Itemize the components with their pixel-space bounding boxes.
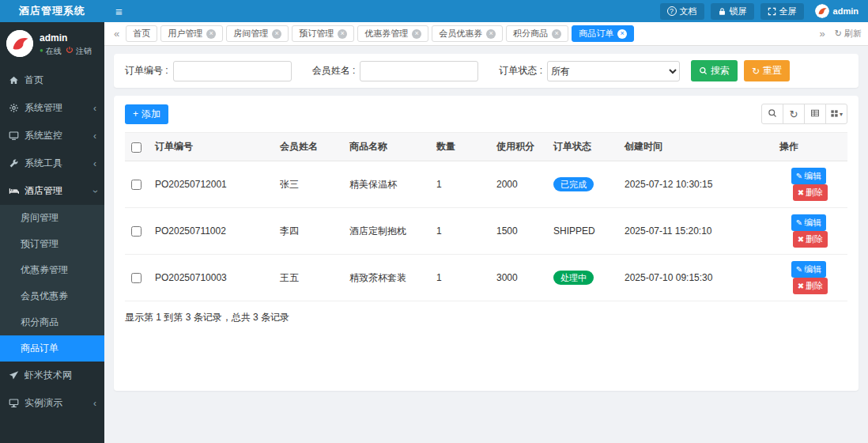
tabs-scroll-right-icon[interactable]: » [817, 28, 828, 40]
table-search-toggle-button[interactable] [761, 104, 783, 124]
tab-label: 用户管理 [168, 28, 202, 40]
sidebar-item-system-tools[interactable]: 系统工具 ‹ [0, 150, 104, 177]
select-all-checkbox[interactable] [131, 142, 142, 153]
chevron-left-icon: ‹ [93, 103, 96, 114]
main-area: « 首页 用户管理 × 房间管理 × 预订管理 × 优惠券管理 × 会员优惠券 [104, 22, 868, 443]
sidebar-subitem-room-management[interactable]: 房间管理 [0, 205, 104, 231]
close-icon[interactable]: × [617, 29, 627, 39]
close-icon[interactable]: × [272, 29, 281, 39]
lock-screen-button[interactable]: 锁屏 [711, 3, 754, 20]
user-menu[interactable]: admin [810, 4, 868, 18]
docs-button[interactable]: ? 文档 [660, 3, 704, 20]
reset-refresh-icon: ↻ [752, 66, 760, 77]
tabbar-right: » ↻ 刷新 [817, 28, 862, 40]
sidebar-item-system-management[interactable]: 系统管理 ‹ [0, 94, 104, 122]
member-name-input[interactable] [360, 61, 478, 81]
add-button[interactable]: + 添加 [125, 104, 168, 124]
cell-member-name: 李四 [274, 208, 343, 255]
cross-icon: ✖ [798, 188, 804, 197]
cell-quantity: 1 [430, 208, 490, 255]
chevron-left-icon: ‹ [93, 131, 96, 142]
sidebar-item-label: 系统工具 [25, 157, 62, 170]
sidebar-subitem-reservation-management[interactable]: 预订管理 [0, 231, 104, 257]
tab-label: 优惠券管理 [364, 28, 408, 40]
hotel-submenu-wrapper: 房间管理 预订管理 优惠券管理 会员优惠券 积分商品 商品订单 [0, 205, 104, 362]
monitor-icon [8, 131, 19, 141]
close-icon[interactable]: × [338, 29, 347, 39]
status-badge: 已完成 [553, 177, 594, 191]
sidebar-item-xiami-tech[interactable]: 虾米技术网 [0, 362, 104, 389]
edit-button[interactable]: ✎编辑 [791, 168, 826, 184]
sidebar-subitem-member-coupons[interactable]: 会员优惠券 [0, 283, 104, 309]
edit-label: 编辑 [804, 217, 821, 229]
table-header-row: 订单编号 会员姓名 商品名称 数量 使用积分 订单状态 创建时间 操作 [125, 133, 847, 161]
close-icon[interactable]: × [412, 29, 421, 39]
row-checkbox[interactable] [131, 226, 142, 237]
sidebar-item-label: 酒店管理 [25, 184, 62, 198]
home-icon [8, 75, 19, 85]
cell-points: 1500 [490, 208, 547, 255]
order-status-select[interactable]: 所有 [547, 61, 680, 81]
tabs-scroll-left-icon[interactable]: « [111, 28, 123, 40]
close-icon[interactable]: × [552, 29, 561, 39]
edit-button[interactable]: ✎编辑 [791, 261, 826, 278]
close-icon[interactable]: × [486, 29, 496, 39]
tab-points-products[interactable]: 积分商品 × [506, 25, 568, 42]
sidebar-item-system-monitor[interactable]: 系统监控 ‹ [0, 122, 104, 150]
fullscreen-icon [768, 7, 776, 16]
edit-button[interactable]: ✎编辑 [791, 214, 826, 231]
sidebar-user-status: ● 在线 注销 [40, 45, 92, 57]
tab-user-management[interactable]: 用户管理 × [160, 25, 223, 42]
tab-reservation-management[interactable]: 预订管理 × [292, 25, 354, 42]
cross-icon: ✖ [798, 235, 804, 244]
tab-coupon-management[interactable]: 优惠券管理 × [357, 25, 428, 42]
pencil-icon: ✎ [796, 172, 802, 180]
sidebar-item-home[interactable]: 首页 [0, 66, 104, 94]
row-checkbox[interactable] [131, 273, 142, 283]
close-icon[interactable]: × [206, 29, 216, 39]
caret-down-icon: ▾ [840, 111, 843, 118]
row-checkbox[interactable] [131, 180, 142, 190]
lock-icon [718, 7, 726, 16]
status-badge: 处理中 [553, 271, 594, 285]
member-name-label: 会员姓名 : [312, 64, 356, 78]
search-button[interactable]: 搜索 [691, 60, 738, 81]
cell-order-no: PO20250711002 [149, 208, 274, 255]
cell-quantity: 1 [430, 255, 490, 301]
username-label: admin [833, 6, 859, 16]
sidebar-item-hotel-management[interactable]: 酒店管理 ‹ [0, 177, 104, 205]
sidebar-subitem-product-orders[interactable]: 商品订单 [0, 335, 104, 362]
desktop-icon [8, 398, 19, 408]
reset-button[interactable]: ↻ 重置 [744, 60, 790, 81]
grid-icon [830, 108, 839, 120]
order-no-input[interactable] [173, 61, 292, 81]
delete-button[interactable]: ✖删除 [793, 231, 828, 248]
sidebar-subitem-points-products[interactable]: 积分商品 [0, 309, 104, 335]
table-refresh-button[interactable]: ↻ [783, 104, 805, 124]
logout-link[interactable]: 注销 [76, 45, 92, 57]
wrench-icon [8, 158, 19, 168]
sidebar-item-label: 首页 [25, 74, 43, 87]
tab-member-coupons[interactable]: 会员优惠券 × [432, 25, 503, 42]
cell-actions: ✎编辑 ✖删除 [773, 161, 847, 208]
delete-button[interactable]: ✖删除 [793, 278, 828, 294]
sidebar-toggle-icon[interactable]: ≡ [104, 5, 134, 18]
refresh-tab-button[interactable]: ↻ 刷新 [835, 28, 862, 40]
table-view-button[interactable] [804, 104, 826, 124]
tab-label: 商品订单 [579, 28, 613, 40]
question-icon: ? [667, 6, 677, 16]
orders-table: 订单编号 会员姓名 商品名称 数量 使用积分 订单状态 创建时间 操作 [125, 132, 847, 301]
lock-label: 锁屏 [730, 6, 747, 17]
sidebar-item-demo[interactable]: 实例演示 ‹ [0, 389, 104, 417]
bed-icon [8, 186, 19, 196]
cell-status: SHIPPED [547, 208, 618, 255]
sidebar-subitem-coupon-management[interactable]: 优惠券管理 [0, 257, 104, 283]
delete-button[interactable]: ✖删除 [793, 184, 828, 201]
tab-room-management[interactable]: 房间管理 × [226, 25, 289, 42]
fullscreen-button[interactable]: 全屏 [760, 3, 804, 20]
tab-home[interactable]: 首页 [126, 25, 157, 42]
tab-product-orders[interactable]: 商品订单 × [572, 25, 634, 42]
sidebar-item-label: 系统管理 [25, 101, 62, 115]
table-tool-buttons: ↻ ▾ [761, 104, 847, 124]
table-columns-dropdown-button[interactable]: ▾ [825, 104, 847, 124]
